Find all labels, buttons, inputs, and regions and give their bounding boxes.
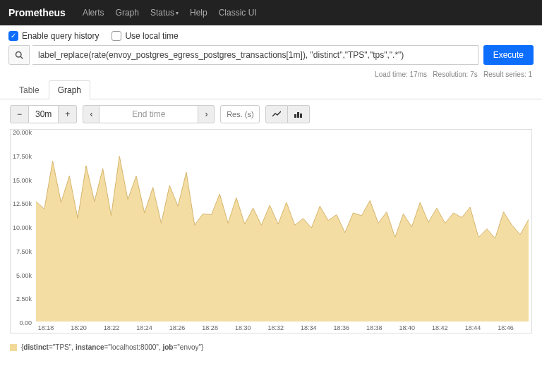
line-chart-button[interactable]: [265, 105, 288, 123]
y-tick: 17.50k: [9, 153, 33, 160]
x-tick: 18:34: [301, 324, 317, 331]
use-local-time-checkbox[interactable]: Use local time: [112, 31, 178, 41]
svg-rect-3: [297, 112, 299, 118]
query-info: Load time: 17ms Resolution: 7s Result se…: [0, 71, 542, 80]
x-tick: 18:40: [399, 324, 416, 331]
checkbox-label: Use local time: [125, 31, 178, 41]
nav-graph[interactable]: Graph: [110, 8, 145, 18]
y-axis: 20.00k17.50k15.00k12.50k10.00k7.50k5.00k…: [9, 130, 33, 321]
y-tick: 2.50k: [9, 295, 33, 302]
resolution-info: Resolution: 7s: [433, 71, 477, 78]
y-tick: 5.00k: [9, 272, 33, 279]
options-row: Enable query history Use local time: [0, 25, 542, 45]
nav-help[interactable]: Help: [184, 8, 213, 18]
tab-graph[interactable]: Graph: [49, 80, 90, 99]
y-tick: 0.00: [9, 319, 33, 326]
y-tick: 12.50k: [9, 200, 33, 207]
x-tick: 18:26: [169, 324, 186, 331]
query-row: Execute: [0, 45, 542, 71]
checkbox-icon: [8, 31, 18, 41]
nav-status[interactable]: Status▾: [145, 8, 184, 18]
x-tick: 18:22: [104, 324, 120, 331]
load-time: Load time: 17ms: [375, 71, 427, 78]
time-next-button[interactable]: ›: [198, 105, 215, 123]
y-tick: 20.00k: [9, 129, 33, 136]
range-group: − 30m +: [10, 105, 77, 123]
chart-container: 20.00k17.50k15.00k12.50k10.00k7.50k5.00k…: [0, 129, 542, 339]
svg-line-1: [20, 56, 23, 59]
x-tick: 18:46: [498, 324, 514, 331]
stacked-chart-button[interactable]: [288, 105, 310, 123]
range-value[interactable]: 30m: [29, 105, 59, 123]
x-tick: 18:44: [465, 324, 481, 331]
navbar: Prometheus Alerts Graph Status▾ Help Cla…: [0, 0, 542, 25]
brand: Prometheus: [8, 7, 66, 18]
end-time-input[interactable]: End time: [100, 105, 198, 123]
y-tick: 10.00k: [9, 224, 33, 231]
checkbox-icon: [112, 31, 121, 41]
svg-rect-2: [294, 114, 296, 118]
svg-rect-4: [300, 114, 302, 118]
nav-classic-ui[interactable]: Classic UI: [213, 8, 263, 18]
chart-plot: [36, 133, 529, 321]
execute-button[interactable]: Execute: [483, 45, 534, 65]
enable-query-history-checkbox[interactable]: Enable query history: [8, 31, 99, 41]
chart-type-group: [265, 105, 310, 123]
y-tick: 15.00k: [9, 177, 33, 184]
x-tick: 18:38: [366, 324, 383, 331]
legend-swatch: [10, 344, 17, 351]
tabs: Table Graph: [0, 80, 542, 99]
x-tick: 18:18: [38, 324, 54, 331]
query-input[interactable]: [32, 45, 478, 65]
time-nav-group: ‹ End time ›: [83, 105, 215, 123]
svg-point-0: [16, 52, 22, 58]
chart[interactable]: 20.00k17.50k15.00k12.50k10.00k7.50k5.00k…: [10, 129, 532, 333]
range-increment-button[interactable]: +: [59, 105, 77, 123]
x-tick: 18:24: [136, 324, 152, 331]
time-prev-button[interactable]: ‹: [83, 105, 100, 123]
checkbox-label: Enable query history: [22, 31, 99, 41]
x-tick: 18:30: [235, 324, 251, 331]
legend-label: {distinct="TPS", instance="localhost:800…: [21, 343, 203, 351]
x-tick: 18:42: [432, 324, 448, 331]
nav-alerts[interactable]: Alerts: [77, 8, 110, 18]
graph-toolbar: − 30m + ‹ End time ›: [0, 99, 542, 129]
x-tick: 18:20: [71, 324, 87, 331]
chevron-down-icon: ▾: [176, 10, 179, 16]
x-axis: 18:1818:2018:2218:2418:2618:2818:3018:32…: [36, 323, 529, 333]
x-tick: 18:36: [333, 324, 349, 331]
result-series: Result series: 1: [483, 71, 532, 78]
legend: {distinct="TPS", instance="localhost:800…: [0, 339, 542, 358]
resolution-input[interactable]: [220, 105, 260, 123]
x-tick: 18:32: [267, 324, 284, 331]
tab-table[interactable]: Table: [10, 80, 49, 99]
search-icon: [8, 45, 30, 65]
y-tick: 7.50k: [9, 248, 33, 255]
range-decrement-button[interactable]: −: [10, 105, 29, 123]
x-tick: 18:28: [202, 324, 218, 331]
